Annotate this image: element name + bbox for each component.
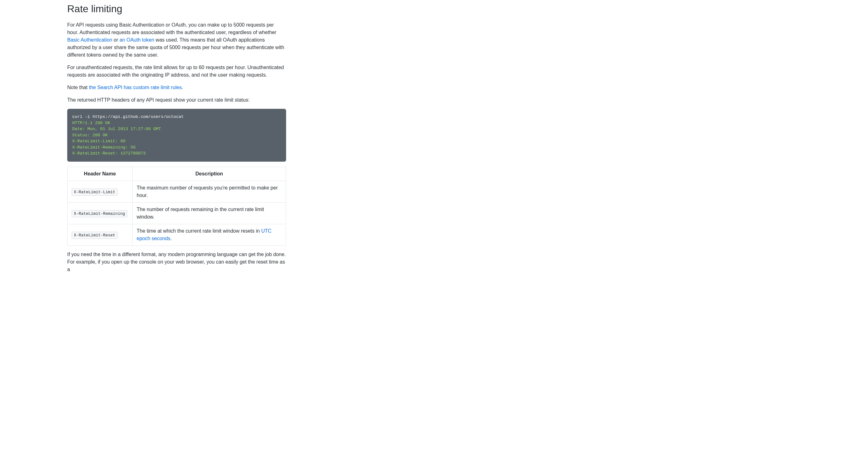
header-code: X-RateLimit-Limit: [72, 189, 118, 196]
table-row: X-RateLimit-Reset The time at which the …: [67, 224, 286, 246]
text: .: [170, 236, 172, 241]
paragraph-unauth: For unauthenticated requests, the rate l…: [67, 64, 286, 79]
table-cell-desc: The time at which the current rate limit…: [132, 224, 286, 246]
text: Note that: [67, 85, 89, 90]
code-response-line: Date: Mon, 01 Jul 2013 17:27:06 GMT: [72, 127, 161, 131]
section-heading: Rate limiting: [67, 0, 286, 16]
code-block: curl -i https://api.github.com/users/oct…: [67, 109, 286, 162]
page-scroll-container[interactable]: Rate limiting For API requests using Bas…: [0, 0, 868, 449]
table-header-desc: Description: [132, 167, 286, 181]
code-response-line: HTTP/1.1 200 OK: [72, 121, 111, 125]
link-oauth-token[interactable]: an OAuth token: [119, 37, 154, 42]
code-response-line: X-RateLimit-Reset: 1372700873: [72, 151, 146, 156]
header-code: X-RateLimit-Reset: [72, 232, 118, 239]
code-response-line: X-RateLimit-Remaining: 56: [72, 145, 136, 150]
text: The time at which the current rate limit…: [137, 228, 261, 233]
link-search-api-rules[interactable]: the Search API has custom rate limit rul…: [89, 85, 182, 90]
paragraph-intro: For API requests using Basic Authenticat…: [67, 21, 286, 59]
table-header-row: Header Name Description: [67, 167, 286, 181]
table-row: X-RateLimit-Remaining The number of requ…: [67, 202, 286, 224]
paragraph-headers-intro: The returned HTTP headers of any API req…: [67, 96, 286, 104]
link-basic-auth[interactable]: Basic Authentication: [67, 37, 112, 42]
table-cell-name: X-RateLimit-Remaining: [67, 202, 132, 224]
table-cell-desc: The maximum number of requests you're pe…: [132, 181, 286, 202]
article-content: Rate limiting For API requests using Bas…: [67, 0, 286, 291]
table-header-name: Header Name: [67, 167, 132, 181]
paragraph-note: Note that the Search API has custom rate…: [67, 84, 286, 91]
header-code: X-RateLimit-Remaining: [72, 210, 127, 217]
code-response-line: X-RateLimit-Limit: 60: [72, 139, 125, 143]
text: or: [112, 37, 119, 42]
table-cell-name: X-RateLimit-Limit: [67, 181, 132, 202]
text: .: [182, 85, 183, 90]
paragraph-format: If you need the time in a different form…: [67, 251, 286, 273]
text: For API requests using Basic Authenticat…: [67, 22, 276, 35]
table-row: X-RateLimit-Limit The maximum number of …: [67, 181, 286, 202]
headers-table: Header Name Description X-RateLimit-Limi…: [67, 167, 286, 246]
code-command: curl -i https://api.github.com/users/oct…: [72, 115, 184, 119]
table-cell-name: X-RateLimit-Reset: [67, 224, 132, 246]
code-response-line: Status: 200 OK: [72, 133, 107, 137]
table-cell-desc: The number of requests remaining in the …: [132, 202, 286, 224]
